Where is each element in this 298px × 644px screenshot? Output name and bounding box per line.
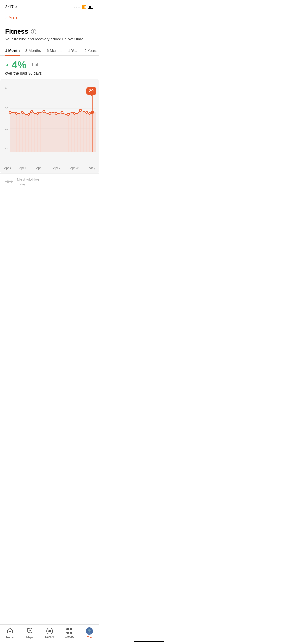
svg-point-47 bbox=[73, 112, 75, 114]
svg-point-44 bbox=[55, 112, 57, 114]
chart-svg: 40 30 20 10 bbox=[3, 83, 97, 164]
status-bar: 3:17 ✈ 📶 bbox=[0, 0, 99, 13]
svg-text:30: 30 bbox=[5, 107, 8, 110]
svg-point-49 bbox=[86, 111, 88, 113]
stats-percentage: 4% bbox=[12, 60, 26, 70]
x-label-apr4: Apr 4 bbox=[4, 166, 11, 170]
svg-point-46 bbox=[67, 113, 69, 115]
activities-section: No Activities Today bbox=[0, 173, 99, 190]
x-label-apr28: Apr 28 bbox=[70, 166, 79, 170]
x-label-apr10: Apr 10 bbox=[19, 166, 28, 170]
header-subtitle: Your training and recovery added up over… bbox=[5, 37, 94, 41]
svg-point-37 bbox=[15, 112, 17, 114]
fitness-chart[interactable]: 29 40 30 20 10 bbox=[0, 79, 99, 173]
location-icon: ✈ bbox=[15, 5, 18, 9]
svg-point-38 bbox=[21, 111, 23, 113]
svg-point-50 bbox=[89, 112, 91, 114]
signal-icon bbox=[74, 7, 80, 8]
svg-point-39 bbox=[28, 113, 30, 115]
svg-point-43 bbox=[49, 112, 51, 114]
svg-point-42 bbox=[43, 110, 45, 112]
status-time: 3:17 ✈ bbox=[5, 5, 18, 10]
svg-point-36 bbox=[9, 111, 11, 113]
tab-1year[interactable]: 1 Year bbox=[68, 47, 79, 56]
info-icon[interactable]: i bbox=[31, 29, 36, 34]
tab-2years[interactable]: 2 Years bbox=[84, 47, 97, 56]
x-label-apr22: Apr 22 bbox=[53, 166, 62, 170]
svg-text:40: 40 bbox=[5, 86, 8, 90]
back-label: You bbox=[8, 15, 17, 21]
trend-arrow-icon: ▲ bbox=[5, 62, 10, 68]
svg-point-40 bbox=[31, 110, 33, 112]
activity-title: No Activities bbox=[17, 178, 39, 182]
tab-3months[interactable]: 3 Months bbox=[25, 47, 41, 56]
period-tabs: 1 Month 3 Months 6 Months 1 Year 2 Years bbox=[0, 44, 99, 56]
x-label-today: Today bbox=[87, 166, 95, 170]
activity-icon bbox=[5, 178, 13, 186]
tab-1month[interactable]: 1 Month bbox=[5, 47, 20, 56]
svg-text:20: 20 bbox=[5, 127, 8, 130]
chart-area: 29 40 30 20 10 bbox=[0, 83, 99, 164]
fitness-header: Fitness i Your training and recovery add… bbox=[0, 23, 99, 44]
svg-point-41 bbox=[37, 112, 39, 114]
svg-point-51 bbox=[91, 111, 94, 114]
activity-subtitle: Today bbox=[17, 182, 39, 186]
page-title: Fitness bbox=[5, 27, 28, 35]
chevron-left-icon: ‹ bbox=[5, 15, 7, 21]
wifi-icon: 📶 bbox=[82, 5, 86, 9]
stats-section: ▲ 4% +1 pt over the past 30 days bbox=[0, 56, 99, 76]
svg-text:10: 10 bbox=[5, 148, 8, 151]
battery-icon bbox=[88, 6, 94, 9]
activity-info: No Activities Today bbox=[17, 178, 39, 186]
back-nav[interactable]: ‹ You bbox=[0, 13, 99, 23]
stats-description: over the past 30 days bbox=[5, 71, 94, 75]
status-icons: 📶 bbox=[74, 5, 94, 9]
chart-tooltip: 29 bbox=[86, 87, 96, 95]
chart-x-labels: Apr 4 Apr 10 Apr 16 Apr 22 Apr 28 Today bbox=[0, 164, 99, 173]
svg-point-48 bbox=[79, 109, 82, 111]
x-label-apr16: Apr 16 bbox=[36, 166, 45, 170]
svg-point-45 bbox=[61, 111, 63, 113]
tab-6months[interactable]: 6 Months bbox=[47, 47, 62, 56]
stats-points: +1 pt bbox=[29, 63, 38, 67]
